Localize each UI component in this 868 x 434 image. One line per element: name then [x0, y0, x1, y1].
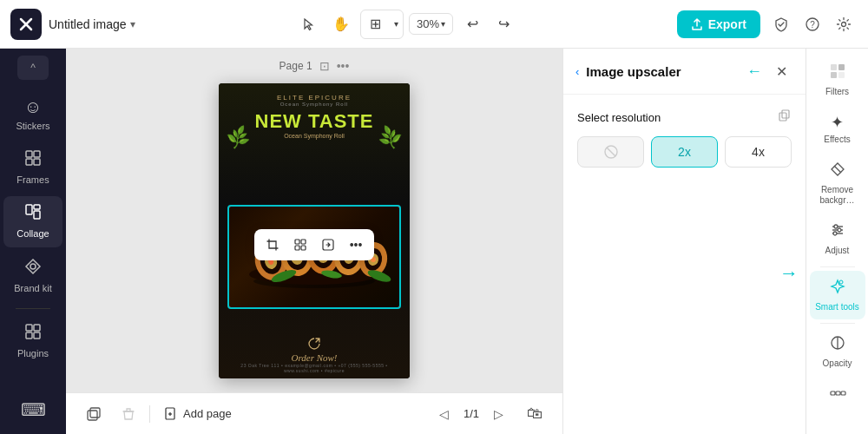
section-copy-icon[interactable] [778, 108, 792, 126]
sidebar-item-brand[interactable]: Brand kit [3, 251, 62, 301]
rt-item-filters[interactable]: Filters [810, 56, 865, 104]
zoom-control[interactable]: 30% ▾ [409, 13, 453, 35]
prev-page-button[interactable]: ◁ [432, 402, 457, 426]
panel-close-button[interactable]: ✕ [769, 59, 793, 83]
select-tool-button[interactable] [294, 10, 322, 38]
svg-rect-14 [34, 325, 40, 331]
rt-item-effects[interactable]: ✦ Effects [810, 106, 865, 152]
rt-item-opacity[interactable]: Opacity [810, 327, 865, 376]
sidebar-item-keyboard[interactable]: ⌨ [3, 392, 62, 427]
flip-tool-button[interactable] [287, 233, 313, 257]
svg-rect-18 [301, 240, 306, 244]
canvas-card[interactable]: ELITE EPICURE Ocean Symphony Roll 🌿 🌿 NE… [219, 83, 410, 378]
svg-rect-16 [34, 332, 40, 339]
app-logo [10, 9, 42, 40]
canvas-restaurant-header: ELITE EPICURE Ocean Symphony Roll [219, 83, 410, 110]
sidebar-item-stickers[interactable]: ☺ Stickers [3, 90, 62, 139]
resolution-disabled-button[interactable] [577, 136, 644, 168]
page-grid-icon[interactable]: ⊡ [319, 59, 330, 73]
save-copy-button[interactable] [80, 400, 108, 428]
rt-divider [820, 266, 855, 267]
add-page-button[interactable]: Add page [157, 404, 239, 424]
export-button[interactable]: Export [677, 10, 760, 38]
title-chevron-icon: ▾ [130, 18, 135, 30]
sidebar-collapse-button[interactable]: ^ [17, 56, 49, 80]
rt-remove-bg-label: Remove backgr… [813, 185, 862, 206]
resolution-4x-label: 4x [752, 145, 765, 159]
sidebar-item-collage-label: Collage [16, 228, 49, 240]
svg-rect-52 [779, 113, 786, 121]
canvas-toolbar: ••• [254, 229, 374, 260]
svg-rect-5 [26, 151, 32, 157]
shield-button[interactable] [767, 10, 795, 38]
bottom-divider [149, 405, 150, 423]
canvas-area: Page 1 ⊡ ••• ELITE EPICURE Ocean Symphon… [66, 49, 562, 434]
resolution-4x-button[interactable]: 4x [725, 136, 792, 168]
svg-text:?: ? [810, 20, 815, 30]
opacity-icon [829, 334, 846, 356]
document-title-group[interactable]: Untitled image ▾ [49, 17, 135, 31]
restaurant-tagline: Ocean Symphony Roll [226, 102, 403, 107]
svg-point-4 [842, 22, 846, 26]
page-label: Page 1 [279, 60, 312, 72]
rt-item-more[interactable] [810, 378, 865, 413]
settings-button[interactable] [830, 10, 858, 38]
export-label: Export [708, 17, 746, 31]
svg-rect-15 [26, 332, 32, 339]
rt-filters-label: Filters [825, 87, 849, 97]
help-button[interactable]: ? [799, 10, 826, 38]
resolution-2x-button[interactable]: 2x [651, 136, 718, 168]
adjust-icon [829, 221, 846, 243]
crop-tool-button[interactable] [260, 233, 286, 257]
redo-button[interactable]: ↪ [490, 10, 517, 38]
delete-button[interactable] [115, 400, 142, 428]
page-navigation: ◁ 1/1 ▷ [432, 402, 510, 426]
svg-rect-20 [301, 246, 306, 250]
sidebar-item-plugins[interactable]: Plugins [3, 316, 62, 366]
filters-icon [829, 62, 846, 84]
svg-rect-56 [831, 64, 837, 70]
panel-title-arrow: ← [746, 62, 762, 81]
cart-button[interactable]: 🛍 [521, 400, 549, 428]
rt-item-adjust[interactable]: Adjust [810, 214, 865, 263]
undo-button[interactable]: ↩ [458, 10, 486, 38]
svg-rect-7 [26, 159, 32, 165]
sidebar-item-frames-label: Frames [16, 174, 49, 186]
undo-redo-group: ↩ ↪ [458, 10, 517, 38]
sidebar-item-collage[interactable]: Collage [3, 196, 62, 247]
move-tool-button[interactable]: ✋ [327, 10, 355, 38]
layout-chevron[interactable]: ▾ [389, 10, 403, 38]
more-options-button[interactable]: ••• [343, 233, 369, 257]
svg-rect-58 [831, 72, 837, 78]
sidebar-divider [16, 308, 50, 309]
panel-back-button[interactable]: ‹ [575, 65, 579, 78]
toolbar-tools: ✋ ⊞ ▾ 30% ▾ ↩ ↪ [294, 10, 517, 39]
next-page-button[interactable]: ▷ [486, 402, 510, 426]
page-options-icon[interactable]: ••• [337, 59, 350, 73]
replace-tool-button[interactable] [315, 233, 341, 257]
sidebar-item-frames[interactable]: Frames [3, 142, 62, 193]
canvas-bottom-section: Order Now! 23 Oak Tree 111 • example@gma… [219, 330, 410, 378]
svg-point-64 [834, 225, 838, 228]
svg-rect-10 [34, 205, 40, 209]
back-chevron-icon: ‹ [575, 65, 579, 78]
svg-point-65 [838, 228, 841, 232]
svg-rect-9 [26, 205, 32, 214]
svg-line-60 [834, 166, 841, 173]
svg-rect-48 [90, 408, 100, 418]
rt-item-remove-bg[interactable]: Remove backgr… [810, 154, 865, 213]
svg-point-66 [833, 232, 837, 235]
add-page-label: Add page [183, 407, 232, 420]
image-upscaler-panel: ‹ Image upscaler ← ✕ Select resolution [562, 49, 806, 434]
svg-rect-47 [88, 411, 97, 420]
stickers-icon: ☺ [24, 97, 42, 117]
svg-rect-8 [34, 159, 40, 165]
canvas-contact-text: 23 Oak Tree 111 • example@gmail.com • +0… [226, 363, 403, 373]
rt-item-smart-tools[interactable]: Smart tools [810, 271, 865, 319]
document-title: Untitled image [49, 17, 127, 31]
layout-button[interactable]: ⊞ [361, 10, 389, 38]
page-counter: 1/1 [464, 407, 479, 420]
canvas-header: Page 1 ⊡ ••• [279, 59, 350, 73]
canvas-wrapper: ELITE EPICURE Ocean Symphony Roll 🌿 🌿 NE… [219, 83, 410, 378]
left-sidebar: ^ ☺ Stickers Frames [0, 49, 66, 434]
